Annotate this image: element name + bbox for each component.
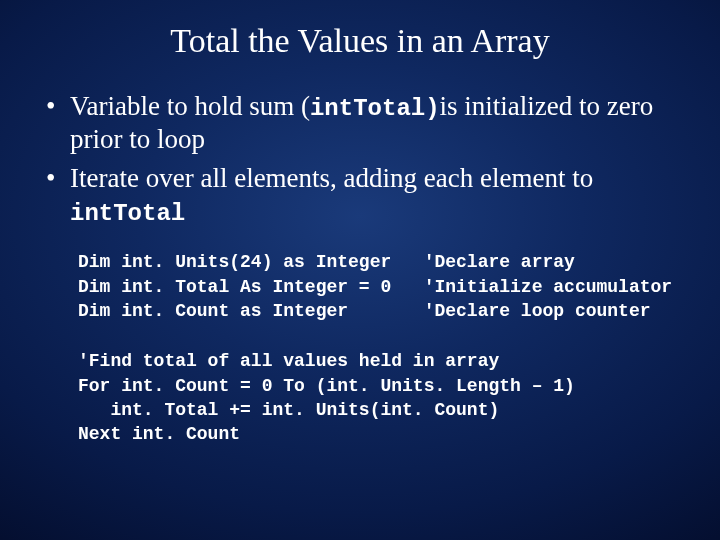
bullet-code: intTotal [70,200,185,227]
bullet-list: Variable to hold sum (intTotal)is initia… [38,90,682,228]
code-block-declarations: Dim int. Units(24) as Integer 'Declare a… [38,250,682,323]
code-block-loop: 'Find total of all values held in array … [38,349,682,446]
slide: Total the Values in an Array Variable to… [0,0,720,540]
bullet-code: intTotal) [310,95,440,122]
bullet-item: Iterate over all elements, adding each e… [44,162,682,228]
bullet-text-pre: Iterate over all elements, adding each e… [70,163,593,193]
slide-title: Total the Values in an Array [38,22,682,60]
bullet-text-pre: Variable to hold sum ( [70,91,310,121]
bullet-item: Variable to hold sum (intTotal)is initia… [44,90,682,156]
